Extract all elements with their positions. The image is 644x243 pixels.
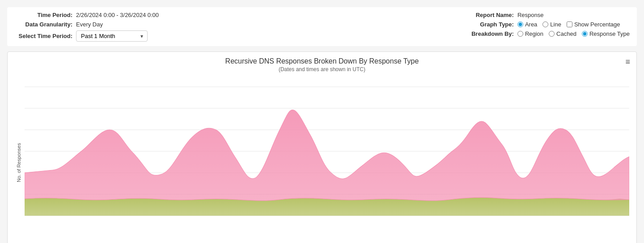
breakdown-by-row: Breakdown By: Region Cached Response Typ… bbox=[456, 30, 630, 37]
breakdown-cached-option[interactable]: Cached bbox=[549, 30, 576, 37]
graph-type-options: Area Line Show Percentage bbox=[517, 21, 620, 28]
breakdown-region-radio[interactable] bbox=[517, 31, 523, 37]
breakdown-response-type-option[interactable]: Response Type bbox=[582, 30, 630, 37]
breakdown-response-type-label: Response Type bbox=[589, 30, 630, 37]
report-name-value: Response bbox=[517, 12, 544, 18]
select-time-period-row: Select Time Period: Past 1 Month Past 7 … bbox=[14, 30, 159, 42]
breakdown-response-type-radio[interactable] bbox=[582, 31, 588, 37]
data-granularity-label: Data Granularity: bbox=[14, 21, 72, 28]
time-period-value: 2/26/2024 0:00 - 3/26/2024 0:00 bbox=[76, 12, 159, 18]
breakdown-region-label: Region bbox=[525, 30, 543, 37]
show-percentage-checkbox[interactable] bbox=[567, 21, 572, 27]
x-axis-labels: Feb 26 Feb 28 Mar 1 Mar 3 Mar 5 Mar 7 Ma… bbox=[25, 240, 629, 243]
data-granularity-row: Data Granularity: Every Day bbox=[14, 21, 159, 28]
chart-svg: 150M 125M 100M 75M 50M 25M 0 bbox=[25, 78, 629, 239]
top-controls: Time Period: 2/26/2024 0:00 - 3/26/2024 … bbox=[7, 7, 637, 46]
select-time-period-wrapper: Past 1 Month Past 7 Days Past 3 Months C… bbox=[76, 30, 148, 42]
report-name-row: Report Name: Response bbox=[456, 12, 630, 18]
hamburger-icon[interactable]: ≡ bbox=[625, 57, 630, 67]
chart-inner: 150M 125M 100M 75M 50M 25M 0 Feb 26 Feb … bbox=[25, 78, 629, 243]
graph-type-line-radio[interactable] bbox=[542, 21, 548, 27]
breakdown-cached-label: Cached bbox=[556, 30, 576, 37]
graph-type-line-label: Line bbox=[550, 21, 561, 28]
show-percentage-label: Show Percentage bbox=[574, 21, 620, 28]
left-controls: Time Period: 2/26/2024 0:00 - 3/26/2024 … bbox=[14, 12, 159, 42]
data-granularity-value: Every Day bbox=[76, 21, 103, 28]
breakdown-region-option[interactable]: Region bbox=[517, 30, 543, 37]
breakdown-options: Region Cached Response Type bbox=[517, 30, 630, 37]
graph-type-area-radio[interactable] bbox=[517, 21, 523, 27]
graph-type-row: Graph Type: Area Line Show Percentage bbox=[456, 21, 630, 28]
y-axis-label: No. of Responses bbox=[15, 78, 23, 243]
graph-type-area-option[interactable]: Area bbox=[517, 21, 537, 28]
show-percentage-option[interactable]: Show Percentage bbox=[567, 21, 620, 28]
graph-type-area-label: Area bbox=[525, 21, 537, 28]
right-controls: Report Name: Response Graph Type: Area L… bbox=[456, 12, 630, 42]
chart-subtitle: (Dates and times are shown in UTC) bbox=[15, 66, 629, 72]
chart-title: Recursive DNS Responses Broken Down By R… bbox=[15, 57, 629, 65]
graph-type-line-option[interactable]: Line bbox=[542, 21, 561, 28]
time-period-select[interactable]: Past 1 Month Past 7 Days Past 3 Months C… bbox=[76, 30, 148, 42]
time-period-label: Time Period: bbox=[14, 12, 72, 18]
select-time-period-label: Select Time Period: bbox=[14, 33, 72, 39]
breakdown-by-label: Breakdown By: bbox=[456, 30, 514, 37]
graph-type-label: Graph Type: bbox=[456, 21, 514, 28]
breakdown-cached-radio[interactable] bbox=[549, 31, 555, 37]
chart-area: No. of Responses bbox=[15, 78, 629, 243]
chart-container: ≡ Recursive DNS Responses Broken Down By… bbox=[7, 51, 637, 243]
time-period-row: Time Period: 2/26/2024 0:00 - 3/26/2024 … bbox=[14, 12, 159, 18]
report-name-label: Report Name: bbox=[456, 12, 514, 18]
